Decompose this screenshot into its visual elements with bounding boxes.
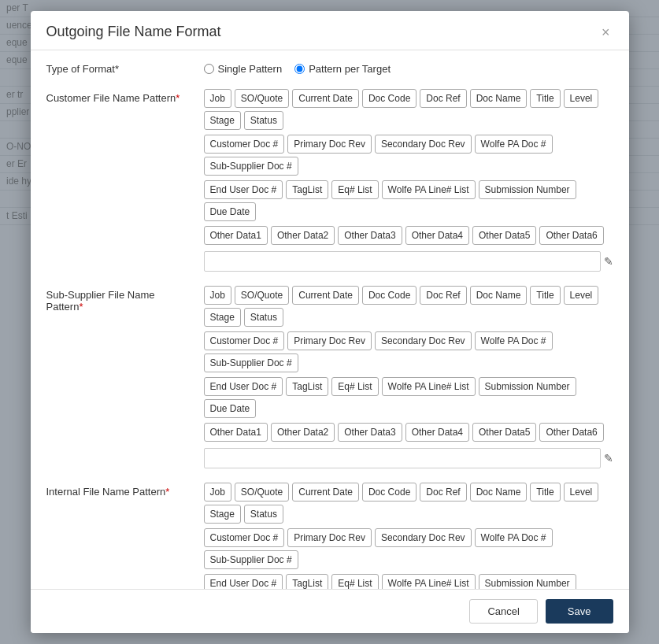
tag-wolfe-pa-doc--[interactable]: Wolfe PA Doc #: [475, 528, 553, 547]
tag-due-date[interactable]: Due Date: [204, 399, 257, 418]
tag-taglist[interactable]: TagList: [286, 180, 328, 199]
sub-supplier-edit-icon[interactable]: ✎: [604, 452, 613, 464]
tag-sub-supplier-doc--[interactable]: Sub-Supplier Doc #: [204, 353, 298, 372]
tag-doc-ref[interactable]: Doc Ref: [420, 89, 466, 108]
type-of-format-label: Type of Format*: [46, 63, 204, 75]
tag-submission-number[interactable]: Submission Number: [479, 574, 576, 589]
tag-doc-name[interactable]: Doc Name: [470, 89, 528, 108]
tag-other-data3[interactable]: Other Data3: [338, 423, 402, 442]
tag-stage[interactable]: Stage: [204, 505, 241, 524]
tag-other-data2[interactable]: Other Data2: [271, 423, 335, 442]
tag-other-data6[interactable]: Other Data6: [539, 226, 603, 245]
customer-tag-row-0: JobSO/QuoteCurrent DateDoc CodeDoc RefDo…: [204, 89, 613, 130]
tag-primary-doc-rev[interactable]: Primary Doc Rev: [287, 135, 372, 154]
tag-submission-number[interactable]: Submission Number: [479, 180, 576, 199]
tag-doc-code[interactable]: Doc Code: [362, 286, 417, 305]
tag-status[interactable]: Status: [244, 111, 283, 130]
save-button[interactable]: Save: [546, 599, 613, 624]
per-target-option[interactable]: Pattern per Target: [294, 63, 391, 75]
tag-customer-doc--[interactable]: Customer Doc #: [204, 135, 285, 154]
tag-doc-code[interactable]: Doc Code: [362, 89, 417, 108]
tag-doc-ref[interactable]: Doc Ref: [420, 286, 466, 305]
sub-supplier-tag-row-2: End User Doc #TagListEq# ListWolfe PA Li…: [204, 377, 613, 418]
tag-end-user-doc--[interactable]: End User Doc #: [204, 574, 283, 589]
tag-eq--list[interactable]: Eq# List: [331, 180, 378, 199]
tag-wolfe-pa-line--list[interactable]: Wolfe PA Line# List: [382, 377, 476, 396]
tag-primary-doc-rev[interactable]: Primary Doc Rev: [287, 528, 372, 547]
sub-supplier-pattern-area: JobSO/QuoteCurrent DateDoc CodeDoc RefDo…: [204, 286, 613, 468]
tag-secondary-doc-rev[interactable]: Secondary Doc Rev: [375, 135, 472, 154]
tag-submission-number[interactable]: Submission Number: [479, 377, 576, 396]
tag-level[interactable]: Level: [564, 286, 599, 305]
tag-primary-doc-rev[interactable]: Primary Doc Rev: [287, 331, 372, 350]
tag-wolfe-pa-line--list[interactable]: Wolfe PA Line# List: [382, 180, 476, 199]
customer-pattern-area: JobSO/QuoteCurrent DateDoc CodeDoc RefDo…: [204, 89, 613, 272]
tag-level[interactable]: Level: [564, 483, 599, 502]
dialog-overlay: Outgoing File Name Format × Type of Form…: [0, 0, 659, 644]
sub-supplier-tag-row-0: JobSO/QuoteCurrent DateDoc CodeDoc RefDo…: [204, 286, 613, 327]
tag-doc-name[interactable]: Doc Name: [470, 286, 528, 305]
tag-other-data4[interactable]: Other Data4: [405, 423, 469, 442]
customer-edit-icon[interactable]: ✎: [604, 255, 613, 268]
tag-stage[interactable]: Stage: [204, 308, 241, 327]
internal-pattern-row: Internal File Name Pattern*JobSO/QuoteCu…: [46, 483, 613, 589]
customer-pattern-input[interactable]: [204, 251, 601, 272]
single-pattern-radio[interactable]: [204, 64, 214, 74]
tag-title[interactable]: Title: [530, 286, 560, 305]
tag-taglist[interactable]: TagList: [286, 377, 328, 396]
tag-current-date[interactable]: Current Date: [292, 483, 359, 502]
tag-other-data4[interactable]: Other Data4: [405, 226, 469, 245]
per-target-radio[interactable]: [294, 64, 305, 74]
tag-customer-doc--[interactable]: Customer Doc #: [204, 528, 285, 547]
tag-job[interactable]: Job: [204, 483, 231, 502]
tag-other-data1[interactable]: Other Data1: [204, 423, 268, 442]
tag-status[interactable]: Status: [244, 308, 283, 327]
tag-so-quote[interactable]: SO/Quote: [235, 89, 289, 108]
tag-title[interactable]: Title: [530, 483, 560, 502]
tag-eq--list[interactable]: Eq# List: [331, 377, 378, 396]
tag-status[interactable]: Status: [244, 505, 283, 524]
tag-stage[interactable]: Stage: [204, 111, 241, 130]
tag-job[interactable]: Job: [204, 89, 231, 108]
tag-wolfe-pa-line--list[interactable]: Wolfe PA Line# List: [382, 574, 476, 589]
internal-pattern-area: JobSO/QuoteCurrent DateDoc CodeDoc RefDo…: [204, 483, 613, 589]
tag-job[interactable]: Job: [204, 286, 231, 305]
tag-customer-doc--[interactable]: Customer Doc #: [204, 331, 285, 350]
tag-end-user-doc--[interactable]: End User Doc #: [204, 180, 283, 199]
tag-current-date[interactable]: Current Date: [292, 286, 359, 305]
internal-tag-row-1: Customer Doc #Primary Doc RevSecondary D…: [204, 528, 613, 569]
tag-sub-supplier-doc--[interactable]: Sub-Supplier Doc #: [204, 157, 298, 176]
tag-eq--list[interactable]: Eq# List: [331, 574, 378, 589]
tag-sub-supplier-doc--[interactable]: Sub-Supplier Doc #: [204, 550, 298, 569]
tag-so-quote[interactable]: SO/Quote: [235, 286, 289, 305]
tag-end-user-doc--[interactable]: End User Doc #: [204, 377, 283, 396]
sub-supplier-tag-row-3: Other Data1Other Data2Other Data3Other D…: [204, 423, 613, 442]
tag-other-data2[interactable]: Other Data2: [271, 226, 335, 245]
sub-supplier-tag-row-1: Customer Doc #Primary Doc RevSecondary D…: [204, 331, 613, 372]
tag-doc-name[interactable]: Doc Name: [470, 483, 528, 502]
sub-supplier-pattern-input[interactable]: [204, 448, 601, 468]
tag-other-data6[interactable]: Other Data6: [539, 423, 603, 442]
tag-other-data1[interactable]: Other Data1: [204, 226, 268, 245]
tag-due-date[interactable]: Due Date: [204, 202, 257, 221]
tag-doc-ref[interactable]: Doc Ref: [420, 483, 466, 502]
tag-secondary-doc-rev[interactable]: Secondary Doc Rev: [375, 528, 472, 547]
tag-title[interactable]: Title: [530, 89, 560, 108]
cancel-button[interactable]: Cancel: [469, 599, 537, 624]
tag-current-date[interactable]: Current Date: [292, 89, 359, 108]
tag-wolfe-pa-doc--[interactable]: Wolfe PA Doc #: [475, 331, 553, 350]
tag-secondary-doc-rev[interactable]: Secondary Doc Rev: [375, 331, 472, 350]
single-pattern-option[interactable]: Single Pattern: [204, 63, 283, 75]
dialog-title: Outgoing File Name Format: [46, 24, 221, 40]
tag-other-data5[interactable]: Other Data5: [472, 226, 536, 245]
tag-level[interactable]: Level: [564, 89, 599, 108]
close-button[interactable]: ×: [598, 25, 613, 39]
type-of-format-row: Type of Format* Single Pattern Pattern p…: [46, 63, 613, 75]
tag-so-quote[interactable]: SO/Quote: [235, 483, 289, 502]
tag-other-data5[interactable]: Other Data5: [472, 423, 536, 442]
tag-other-data3[interactable]: Other Data3: [338, 226, 402, 245]
internal-tag-row-0: JobSO/QuoteCurrent DateDoc CodeDoc RefDo…: [204, 483, 613, 524]
tag-doc-code[interactable]: Doc Code: [362, 483, 417, 502]
tag-taglist[interactable]: TagList: [286, 574, 328, 589]
tag-wolfe-pa-doc--[interactable]: Wolfe PA Doc #: [475, 135, 553, 154]
